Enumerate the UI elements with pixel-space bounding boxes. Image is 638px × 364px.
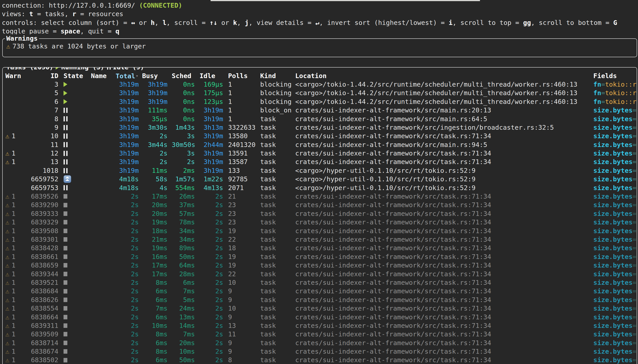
task-row[interactable]: ⚠168393292s19ms78ms2s23taskcrates/sui-in… [3, 218, 637, 226]
done-state-icon [64, 306, 67, 310]
task-row[interactable]: ⚠168386742s8ms10ms2s9taskcrates/sui-inde… [3, 347, 637, 356]
cell-name [90, 106, 114, 114]
cell-name [90, 158, 114, 166]
controls-line: controls: select column (sort) = ↔ or h,… [0, 18, 638, 27]
column-header-warn[interactable]: Warn [3, 72, 26, 80]
warning-count: 1 [12, 132, 15, 140]
task-row[interactable]: 33h19m3h19m0ns169µs1blocking<cargo>/toki… [3, 80, 637, 89]
running-state-icon [64, 91, 67, 96]
cell-name [90, 115, 114, 123]
task-row[interactable]: ⚠168393012s21ms34ms2s22taskcrates/sui-in… [3, 235, 637, 244]
cell-sched: 78ms [168, 218, 195, 226]
task-row[interactable]: 53h19m3h19m0ns175µs1blocking<cargo>/toki… [3, 89, 637, 97]
task-row[interactable]: 83h19m35µs0ns3h19m1taskcrates/sui-indexe… [3, 115, 637, 123]
task-row[interactable]: ⚠168385542s7ms24ms2s10taskcrates/sui-ind… [3, 304, 637, 312]
task-row[interactable]: ⚠1103h19m2s3s3h19m13580taskcrates/sui-in… [3, 132, 637, 140]
field-equals: = [632, 279, 636, 286]
task-row[interactable]: 93h19m3m30s1m43s3h13m3322633taskcrates/s… [3, 123, 637, 132]
column-header-polls[interactable]: Polls [223, 72, 260, 80]
cell-total: 2s [114, 356, 139, 364]
task-row[interactable]: 66597524m18s58s1m57s1m22s92785task<cargo… [3, 175, 637, 183]
warning-icon: ⚠ [6, 304, 9, 312]
idle-duration: 2s [215, 201, 223, 209]
cell-state [58, 175, 90, 183]
task-row[interactable]: ⚠168395082s18ms34ms2s19taskcrates/sui-in… [3, 227, 637, 235]
total-duration: 2s [131, 210, 139, 218]
column-header-busy[interactable]: Busy [139, 72, 168, 80]
task-row[interactable]: 63h19m3h19m0ns123µs1blocking<cargo>/toki… [3, 98, 637, 106]
task-row[interactable]: 66597534m18s4s554ms4m13s2071task<cargo>/… [3, 184, 637, 192]
cell-idle: 169µs [195, 80, 223, 89]
task-row[interactable]: ⚠168386642s6ms13ms2s9taskcrates/sui-inde… [3, 313, 637, 321]
task-row[interactable]: ⚠168386592s17ms64ms2s19taskcrates/sui-in… [3, 261, 637, 270]
cell-sched: 10ms [168, 347, 195, 356]
cell-location: crates/sui-indexer-alt-framework/src/tas… [295, 278, 592, 287]
cell-kind: task [260, 313, 295, 321]
task-row[interactable]: ⚠168386612s16ms50ms2s19taskcrates/sui-in… [3, 252, 637, 261]
field-equals: = [632, 313, 636, 321]
column-header-fields[interactable]: Fields [592, 72, 637, 80]
task-row[interactable]: ⚠168386842s6ms7ms2s9taskcrates/sui-index… [3, 287, 637, 295]
task-row[interactable]: ⚠168395092s8ms7ms2s11taskcrates/sui-inde… [3, 330, 637, 338]
task-row[interactable]: 10183h19m11ms2ms3h19m133task<cargo>/hype… [3, 166, 637, 175]
cell-busy: 21ms [139, 235, 168, 244]
task-row[interactable]: ⚠168392902s20ms37ms2s23taskcrates/sui-in… [3, 201, 637, 209]
cell-total: 3h19m [114, 80, 139, 89]
key-hint: G [613, 19, 617, 26]
field-key: size.bytes [593, 106, 632, 114]
cell-idle: 2s [195, 218, 223, 226]
column-header-idle[interactable]: Idle [195, 72, 223, 80]
hint-text: , invert sort (highest/lowest) = [319, 19, 448, 26]
idle-duration: 169µs [204, 80, 223, 88]
task-row[interactable]: ⚠168393112s10ms14ms2s13taskcrates/sui-in… [3, 321, 637, 330]
column-header-total[interactable]: Total▿ [114, 72, 139, 80]
task-row[interactable]: ⚠1123h19m2s3s3h19m13591taskcrates/sui-in… [3, 149, 637, 158]
sched-duration: 3s [187, 132, 195, 140]
background-window-edge [210, 0, 480, 1]
key-hint: l [162, 19, 166, 26]
cell-warn: ⚠1 [3, 210, 26, 218]
column-header-kind[interactable]: Kind [260, 72, 295, 80]
task-row[interactable]: ⚠168395212s8ms6ms2s10taskcrates/sui-inde… [3, 278, 637, 287]
cell-state [58, 347, 90, 356]
task-row[interactable]: ⚠1133h19m2s2s3h19m13587taskcrates/sui-in… [3, 158, 637, 166]
cell-fields: fn=tokio::r [592, 89, 637, 97]
cell-location: crates/sui-indexer-alt-framework/src/tas… [295, 227, 592, 235]
cell-location: crates/sui-indexer-alt-framework/src/tas… [295, 149, 592, 158]
task-row[interactable]: 113h19m3m44s30m50s2h44m2401320taskcrates… [3, 140, 637, 149]
cell-sched: 20ms [168, 339, 195, 347]
sched-duration: 10ms [179, 348, 195, 355]
cell-kind: task [260, 347, 295, 356]
column-header-sched[interactable]: Sched [168, 72, 195, 80]
task-row[interactable]: ⚠168385022s6ms50ms2s8taskcrates/sui-inde… [3, 356, 637, 364]
field-key: size.bytes [593, 192, 632, 200]
column-header-id[interactable]: ID [26, 72, 58, 80]
cell-polls: 1 [223, 98, 260, 106]
task-row[interactable]: ⚠168395262s17ms26ms2s21taskcrates/sui-in… [3, 192, 637, 201]
field-key: fn [593, 80, 601, 88]
task-row[interactable]: ⚠168387142s6ms20ms2s9taskcrates/sui-inde… [3, 339, 637, 347]
column-header-state[interactable]: State [58, 72, 90, 80]
cell-idle: 3h19m [195, 132, 223, 140]
total-duration: 2s [131, 279, 139, 286]
cell-warn: ⚠1 [3, 227, 26, 235]
warning-icon: ⚠ [6, 201, 9, 209]
cell-total: 4m18s [114, 184, 139, 192]
sched-duration: 0ns [183, 80, 195, 88]
cell-kind: task [260, 296, 295, 304]
cell-warn [3, 98, 26, 106]
task-row[interactable]: ⚠168386262s6ms5ms2s9taskcrates/sui-index… [3, 296, 637, 304]
task-row[interactable]: ⚠168393442s17ms28ms2s22taskcrates/sui-in… [3, 270, 637, 278]
idle-duration: 2h44m [204, 141, 223, 148]
field-equals: = [632, 184, 636, 192]
sched-duration: 37ms [179, 201, 195, 209]
cell-total: 2s [114, 235, 139, 244]
field-key: size.bytes [593, 201, 632, 209]
task-row[interactable]: ⚠168384282s19ms89ms2s18taskcrates/sui-in… [3, 244, 637, 252]
cell-total: 3h19m [114, 98, 139, 106]
column-header-name[interactable]: Name [90, 72, 114, 80]
column-header-location[interactable]: Location [295, 72, 592, 80]
cell-id: 11 [26, 140, 58, 149]
task-row[interactable]: ⚠168393332s20ms57ms2s23taskcrates/sui-in… [3, 210, 637, 218]
task-row[interactable]: 73h19m111ms0ns3h19m1block_oncrates/sui-i… [3, 106, 637, 114]
